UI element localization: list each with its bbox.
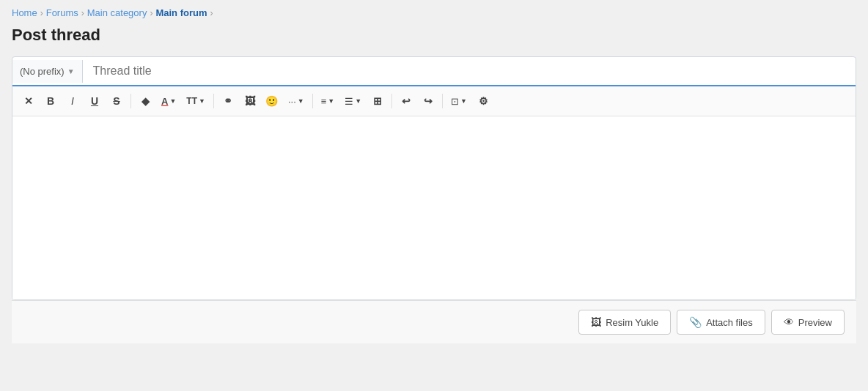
- link-button[interactable]: ⚭: [218, 91, 238, 111]
- strikethrough-icon: S: [113, 95, 119, 107]
- settings-button[interactable]: ⚙: [473, 91, 493, 111]
- breadcrumb-main-category[interactable]: Main category: [87, 7, 147, 18]
- redo-icon: ↪: [424, 95, 433, 107]
- redo-button[interactable]: ↪: [418, 91, 438, 111]
- list-icon: ☰: [345, 96, 353, 107]
- template-icon: ⊡: [451, 96, 459, 107]
- more-arrow: ▼: [298, 97, 304, 105]
- underline-icon: U: [91, 95, 98, 107]
- attach-files-button[interactable]: 📎 Attach files: [677, 310, 765, 335]
- sep-4: [391, 94, 392, 108]
- more-icon: ···: [288, 96, 296, 107]
- upload-image-button[interactable]: 🖼 Resim Yukle: [578, 310, 671, 335]
- highlight-button[interactable]: ◆: [135, 91, 155, 111]
- breadcrumb: Home › Forums › Main category › Main for…: [12, 7, 856, 18]
- image-button[interactable]: 🖼: [240, 91, 260, 111]
- template-arrow: ▼: [460, 97, 467, 105]
- breadcrumb-sep-3: ›: [150, 8, 152, 18]
- upload-icon: 🖼: [591, 316, 601, 328]
- page-title: Post thread: [12, 26, 856, 45]
- list-arrow: ▼: [355, 97, 361, 105]
- undo-icon: ↩: [402, 95, 411, 107]
- breadcrumb-sep-2: ›: [81, 8, 84, 18]
- align-icon: ≡: [321, 96, 327, 107]
- clear-format-button[interactable]: ✕: [18, 91, 39, 111]
- template-button[interactable]: ⊡ ▼: [446, 91, 471, 111]
- undo-button[interactable]: ↩: [396, 91, 416, 111]
- font-size-arrow: ▼: [199, 97, 205, 105]
- prefix-arrow: ▼: [67, 67, 75, 75]
- prefix-label: (No prefix): [20, 66, 65, 77]
- font-size-icon: TT: [186, 96, 197, 106]
- highlight-icon: ◆: [141, 95, 150, 107]
- upload-image-label: Resim Yukle: [606, 317, 658, 328]
- align-arrow: ▼: [328, 97, 334, 105]
- eraser-icon: ✕: [24, 95, 33, 107]
- breadcrumb-forums[interactable]: Forums: [46, 7, 78, 18]
- font-size-button[interactable]: TT ▼: [182, 91, 210, 111]
- table-button[interactable]: ⊞: [367, 91, 388, 111]
- breadcrumb-home[interactable]: Home: [12, 7, 37, 18]
- strikethrough-button[interactable]: S: [106, 91, 127, 111]
- toolbar: ✕ B I U S ◆ A ▼ TT: [12, 86, 856, 116]
- sep-1: [130, 94, 131, 108]
- link-icon: ⚭: [224, 95, 232, 107]
- page-wrapper: Home › Forums › Main category › Main for…: [0, 0, 868, 391]
- bottom-bar: 🖼 Resim Yukle 📎 Attach files 👁 Preview: [12, 300, 856, 343]
- font-color-icon: A: [161, 96, 168, 107]
- align-button[interactable]: ≡ ▼: [317, 91, 339, 111]
- italic-icon: I: [71, 95, 74, 107]
- sep-3: [312, 94, 313, 108]
- list-button[interactable]: ☰ ▼: [340, 91, 366, 111]
- breadcrumb-sep-4: ›: [210, 8, 213, 18]
- eye-icon: 👁: [784, 316, 794, 328]
- italic-button[interactable]: I: [62, 91, 83, 111]
- preview-button[interactable]: 👁 Preview: [771, 310, 845, 335]
- sep-2: [213, 94, 214, 108]
- underline-button[interactable]: U: [84, 91, 105, 111]
- more-button[interactable]: ··· ▼: [284, 91, 309, 111]
- editor-body[interactable]: [12, 116, 856, 299]
- gear-icon: ⚙: [479, 95, 488, 107]
- font-color-arrow: ▼: [169, 97, 176, 105]
- sep-5: [442, 94, 443, 108]
- emoji-icon: 🙂: [265, 95, 278, 107]
- table-icon: ⊞: [373, 95, 382, 107]
- paperclip-icon: 📎: [689, 316, 702, 328]
- bold-icon: B: [47, 95, 54, 107]
- breadcrumb-sep-1: ›: [40, 8, 43, 18]
- thread-title-input[interactable]: [83, 57, 856, 85]
- bold-button[interactable]: B: [40, 91, 61, 111]
- title-row: (No prefix) ▼: [12, 57, 856, 86]
- editor-container: (No prefix) ▼ ✕ B I U S: [12, 56, 856, 300]
- prefix-dropdown[interactable]: (No prefix) ▼: [12, 60, 83, 83]
- emoji-button[interactable]: 🙂: [262, 91, 282, 111]
- attach-files-label: Attach files: [706, 317, 753, 328]
- breadcrumb-main-forum: Main forum: [155, 7, 207, 18]
- preview-label: Preview: [798, 317, 832, 328]
- image-icon: 🖼: [245, 95, 255, 107]
- font-color-button[interactable]: A ▼: [157, 91, 180, 111]
